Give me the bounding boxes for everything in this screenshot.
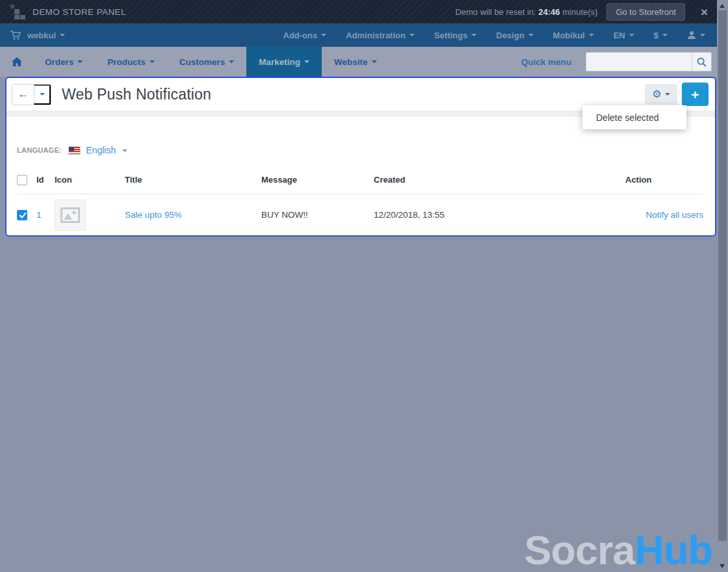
menu-label: Mobikul (553, 31, 585, 40)
row-checkbox[interactable] (17, 210, 27, 220)
demo-reset-text: Demo will be reset in: 24:46 minute(s) (455, 7, 597, 17)
tab-customers[interactable]: Customers (167, 47, 247, 77)
menu-item-language[interactable]: EN (614, 31, 634, 40)
search-button[interactable] (692, 53, 711, 71)
menu-label: Design (496, 31, 524, 40)
home-icon[interactable] (0, 47, 32, 77)
menu-item-mobikul[interactable]: Mobikul (553, 31, 594, 40)
menu-label: Settings (434, 31, 467, 40)
cart-icon (10, 31, 21, 40)
store-selector[interactable]: webkul (27, 31, 65, 40)
top-bar: DEMO STORE PANEL Demo will be reset in: … (0, 0, 717, 23)
watermark-part1: Socra (524, 527, 634, 572)
tab-label: Orders (45, 57, 73, 67)
user-account-menu[interactable] (687, 31, 705, 40)
tab-marketing[interactable]: Marketing (246, 47, 322, 77)
quick-menu-link[interactable]: Quick menu (521, 57, 571, 67)
search-box (586, 52, 712, 72)
language-selector-row: LANGUAGE: English (17, 145, 715, 155)
menu-label: Add-ons (283, 31, 318, 40)
language-label: LANGUAGE: (17, 146, 62, 154)
col-header-title: Title (125, 174, 261, 194)
header-bars: DEMO STORE PANEL Demo will be reset in: … (0, 0, 717, 77)
col-header-message: Message (261, 174, 374, 194)
chevron-down-icon (60, 34, 65, 36)
notify-all-users-link[interactable]: Notify all users (645, 210, 703, 220)
menu-item-addons[interactable]: Add-ons (283, 31, 327, 40)
search-input[interactable] (586, 53, 692, 71)
chevron-down-icon (321, 34, 326, 36)
chevron-down-icon (629, 34, 634, 36)
main-nav-bar: Orders Products Customers Marketing Webs… (0, 47, 717, 77)
us-flag-icon (69, 147, 80, 154)
scroll-up-icon[interactable] (720, 4, 725, 8)
delete-selected-menu-item[interactable]: Delete selected (582, 112, 686, 123)
reset-prefix: Demo will be reset in: (455, 7, 536, 17)
back-button-group: ← (12, 84, 51, 105)
chevron-down-icon (665, 93, 670, 96)
table-row: 1 Sale upto 95% BUY NOW!! 12/20/2018, 13… (17, 194, 703, 236)
chevron-down-icon (410, 34, 415, 36)
store-name: webkul (27, 31, 56, 40)
menu-item-currency[interactable]: $ (654, 31, 668, 40)
row-created: 12/20/2018, 13:55 (374, 194, 625, 236)
row-id-link[interactable]: 1 (36, 210, 42, 220)
watermark-part2: Hub (635, 527, 712, 572)
gear-dropdown-button[interactable]: ⚙ (645, 84, 677, 105)
chevron-down-icon (150, 60, 155, 63)
row-message: BUY NOW!! (261, 194, 374, 236)
tab-label: Customers (179, 57, 226, 67)
col-header-action: Action (625, 174, 703, 194)
close-icon[interactable]: × (701, 6, 708, 18)
menu-item-administration[interactable]: Administration (346, 31, 415, 40)
panel-logo-icon (10, 5, 25, 19)
col-header-created: Created (374, 174, 625, 194)
notifications-table: Id Icon Title Message Created Action 1 (17, 174, 703, 236)
gear-dropdown-menu: Delete selected (582, 105, 686, 129)
menu-label: EN (614, 31, 625, 40)
back-dropdown-button[interactable] (34, 84, 51, 105)
menu-item-design[interactable]: Design (496, 31, 533, 40)
chevron-down-icon (662, 34, 668, 36)
tab-label: Products (107, 57, 146, 67)
chevron-down-icon (528, 34, 534, 36)
back-button[interactable]: ← (12, 84, 34, 105)
page-title: Web Push Notification (62, 86, 211, 103)
menu-item-settings[interactable]: Settings (434, 31, 476, 40)
tab-website[interactable]: Website (322, 47, 389, 77)
table-header-row: Id Icon Title Message Created Action (17, 174, 703, 194)
chevron-down-icon (700, 34, 705, 36)
gear-icon: ⚙ (652, 89, 661, 99)
user-icon (687, 31, 696, 40)
socrahub-watermark: SocraHub (524, 530, 712, 571)
chevron-down-icon (471, 34, 476, 36)
vertical-scrollbar[interactable] (717, 0, 728, 572)
scrollbar-thumb[interactable] (718, 10, 727, 541)
panel-title-text: DEMO STORE PANEL (32, 7, 126, 17)
chevron-down-icon (372, 60, 377, 63)
image-placeholder-icon (60, 207, 80, 223)
chevron-down-icon (229, 60, 234, 63)
tab-label: Marketing (259, 57, 300, 67)
scroll-down-icon[interactable] (720, 564, 725, 568)
chevron-down-icon (77, 60, 83, 63)
select-all-checkbox[interactable] (17, 175, 27, 185)
chevron-down-icon (122, 150, 127, 152)
go-to-storefront-button[interactable]: Go to Storefront (606, 3, 685, 21)
menu-label: $ (654, 31, 658, 40)
language-dropdown[interactable]: English (86, 145, 127, 155)
col-header-id: Id (36, 174, 55, 194)
admin-menu-bar: webkul Add-ons Administration Settings D… (0, 23, 717, 47)
add-notification-button[interactable]: + (682, 83, 708, 106)
col-header-icon: Icon (55, 174, 125, 194)
tab-products[interactable]: Products (95, 47, 167, 77)
chevron-down-icon (589, 34, 594, 36)
search-icon (697, 57, 707, 67)
tab-orders[interactable]: Orders (32, 47, 95, 77)
reset-countdown: 24:46 (538, 7, 560, 17)
tab-label: Website (334, 57, 368, 67)
notification-icon-thumbnail (55, 200, 86, 231)
menu-label: Administration (346, 31, 406, 40)
row-title-link[interactable]: Sale upto 95% (125, 210, 182, 220)
web-push-panel: ← Web Push Notification ⚙ + Delete selec… (5, 77, 716, 237)
